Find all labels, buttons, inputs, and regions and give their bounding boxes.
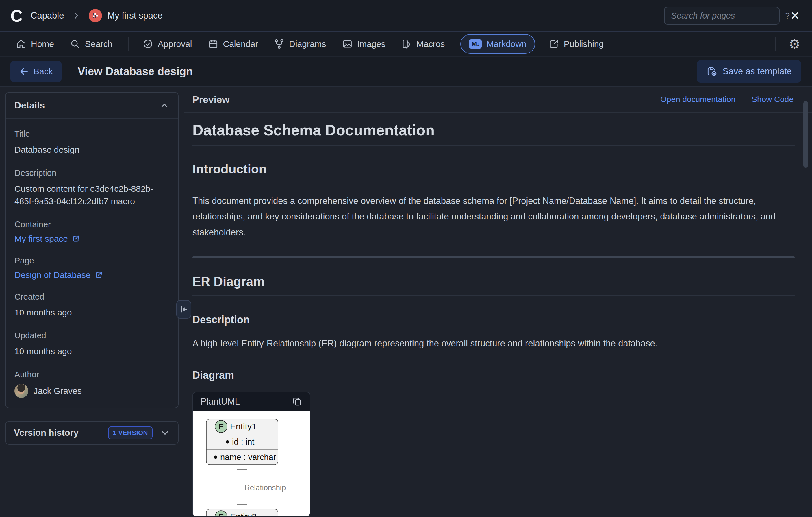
version-history-card[interactable]: Version history 1 VERSION (5, 421, 179, 445)
details-card-header[interactable]: Details (6, 92, 178, 118)
container-link-text: My first space (14, 234, 68, 244)
field-label-author: Author (14, 370, 169, 379)
page-title: View Database design (78, 65, 193, 78)
search-shortcut-hint: ? (785, 11, 790, 21)
top-bar: C Capable My first space ? ✕ (0, 0, 812, 32)
nav-label: Search (85, 39, 112, 49)
macros-swatch-icon (401, 38, 412, 50)
relationship-label: Relationship (244, 483, 286, 492)
breadcrumb-app-name[interactable]: Capable (31, 10, 64, 21)
markdown-document: Database Schema Documentation Introducti… (184, 121, 812, 516)
author-row: Jack Graves (14, 384, 169, 398)
entity1-field1: id : int (232, 437, 254, 446)
breadcrumb-space-name[interactable]: My first space (107, 10, 163, 21)
doc-heading-diagram: Diagram (193, 369, 795, 381)
entity2-badge: E (219, 512, 224, 516)
save-template-label: Save as template (722, 66, 792, 77)
chevron-up-icon[interactable] (160, 101, 169, 110)
nav-label: Macros (416, 39, 445, 49)
field-value-title: Database design (14, 143, 169, 156)
field-value-created: 10 months ago (14, 306, 169, 319)
field-value-updated: 10 months ago (14, 345, 169, 358)
page-toolbar: Back View Database design Save as templa… (0, 57, 812, 87)
nav-item-markdown[interactable]: M↓ Markdown (460, 34, 535, 54)
nav-item-macros[interactable]: Macros (401, 38, 445, 50)
nav-item-search[interactable]: Search (70, 38, 112, 50)
nav-label: Home (31, 39, 54, 49)
entity2-name: Entity2 (230, 512, 257, 516)
doc-title: Database Schema Documentation (193, 121, 795, 146)
nav-label: Calendar (223, 39, 258, 49)
author-avatar (14, 384, 28, 398)
nav-label: Approval (158, 39, 192, 49)
page-link-text: Design of Database (14, 270, 91, 280)
home-icon (16, 38, 27, 50)
field-label-created: Created (14, 292, 169, 302)
nav-divider (775, 37, 776, 51)
plantuml-language-label: PlantUML (201, 397, 240, 407)
image-icon (342, 38, 353, 50)
details-heading: Details (14, 100, 45, 111)
nav-item-home[interactable]: Home (16, 38, 54, 50)
calendar-icon (208, 38, 219, 50)
doc-paragraph-introduction: This document provides a comprehensive o… (193, 193, 795, 240)
capable-logo[interactable]: C (9, 8, 24, 23)
save-template-icon (706, 66, 717, 77)
breadcrumb-chevron-icon (72, 11, 81, 20)
search-box[interactable]: ? (664, 7, 780, 25)
nav-item-publishing[interactable]: Publishing (548, 38, 604, 50)
preview-title: Preview (193, 94, 230, 105)
search-input[interactable] (671, 11, 781, 21)
close-icon[interactable]: ✕ (790, 10, 800, 21)
preview-header: Preview Open documentation Show Code (184, 87, 812, 113)
space-avatar-icon[interactable] (89, 9, 102, 22)
nav-label: Publishing (564, 39, 604, 49)
field-label-page: Page (14, 256, 169, 266)
nav-label: Images (357, 39, 385, 49)
nav-item-approval[interactable]: Approval (142, 38, 192, 50)
nav-item-calendar[interactable]: Calendar (208, 38, 258, 50)
field-label-updated: Updated (14, 331, 169, 340)
search-icon (70, 38, 81, 50)
version-count-badge: 1 VERSION (108, 427, 152, 439)
author-name: Jack Graves (33, 386, 82, 396)
show-code-link[interactable]: Show Code (752, 95, 793, 104)
version-history-title: Version history (14, 428, 79, 438)
settings-gear-icon[interactable]: ⚙ (789, 37, 801, 51)
nav-item-images[interactable]: Images (342, 38, 385, 50)
page-link[interactable]: Design of Database (14, 270, 103, 280)
field-label-container: Container (14, 220, 169, 229)
field-value-description: Custom content for e3de4c2b-882b-485f-9a… (14, 183, 165, 208)
plantuml-code-block: PlantUML E Entity1 (193, 392, 310, 516)
entity1-field2: name : varchar (220, 453, 276, 462)
entity1-badge: E (219, 422, 224, 431)
container-link[interactable]: My first space (14, 234, 80, 244)
back-button[interactable]: Back (10, 61, 62, 82)
nav-divider (128, 37, 128, 51)
details-card-body: Title Database design Description Custom… (6, 119, 178, 408)
plantuml-header: PlantUML (193, 392, 310, 411)
copy-icon[interactable] (292, 397, 302, 407)
content-area: Details Title Database design Descriptio… (0, 87, 812, 516)
details-card: Details Title Database design Descriptio… (5, 92, 179, 408)
field-label-description: Description (14, 168, 169, 178)
er-diagram-image: E Entity1 id : int name : varchar (193, 411, 310, 516)
chevron-down-icon[interactable] (160, 428, 170, 438)
details-sidebar: Details Title Database design Descriptio… (0, 87, 184, 516)
arrow-left-icon (19, 66, 29, 76)
open-documentation-link[interactable]: Open documentation (660, 95, 735, 104)
save-as-template-button[interactable]: Save as template (697, 60, 801, 83)
check-circle-icon (142, 38, 153, 50)
nav-label: Markdown (486, 39, 526, 49)
vertical-scrollbar[interactable] (803, 101, 808, 168)
entity1-name: Entity1 (230, 421, 257, 431)
doc-paragraph-description: A high-level Entity-Relationship (ER) di… (193, 336, 795, 351)
nav-item-diagrams[interactable]: Diagrams (274, 38, 326, 50)
doc-heading-er-diagram: ER Diagram (193, 274, 795, 296)
back-label: Back (33, 66, 53, 76)
main-nav: Home Search Approval Calendar Diagram (0, 32, 812, 57)
horizontal-rule (193, 256, 795, 258)
fork-diagram-icon (274, 38, 285, 50)
doc-heading-description: Description (193, 314, 795, 326)
collapse-sidebar-button[interactable] (176, 300, 191, 319)
